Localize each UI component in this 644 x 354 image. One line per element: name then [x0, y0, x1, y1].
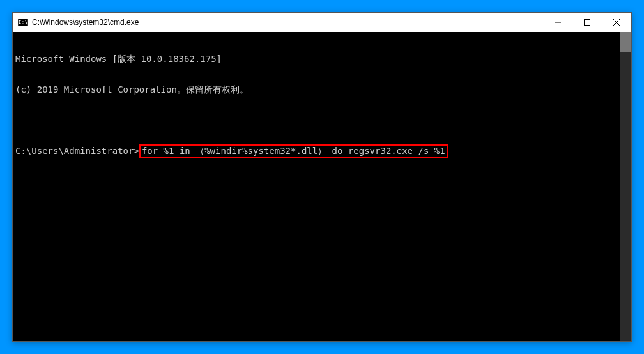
- prompt-text: C:\Users\Administrator>: [15, 146, 139, 156]
- svg-rect-1: [585, 20, 590, 26]
- window-controls: [543, 13, 631, 32]
- cmd-icon: C:\: [18, 19, 28, 26]
- blank-line: [15, 115, 629, 125]
- scrollbar-thumb[interactable]: [620, 32, 631, 52]
- prompt-line: C:\Users\Administrator>for %1 in （%windi…: [15, 146, 629, 157]
- close-button[interactable]: [602, 13, 631, 32]
- cmd-window: C:\ C:\Windows\system32\cmd.exe Microsof…: [12, 12, 632, 342]
- version-line: Microsoft Windows [版本 10.0.18362.175]: [15, 54, 629, 64]
- command-highlight: for %1 in （%windir%system32*.dll） do reg…: [139, 144, 448, 158]
- copyright-line: (c) 2019 Microsoft Corporation。保留所有权利。: [15, 84, 629, 95]
- minimize-button[interactable]: [543, 13, 572, 32]
- maximize-button[interactable]: [572, 13, 602, 32]
- console-area[interactable]: Microsoft Windows [版本 10.0.18362.175] (c…: [13, 32, 631, 341]
- window-title: C:\Windows\system32\cmd.exe: [32, 18, 543, 27]
- titlebar[interactable]: C:\ C:\Windows\system32\cmd.exe: [13, 13, 631, 32]
- scrollbar-track[interactable]: [620, 32, 631, 341]
